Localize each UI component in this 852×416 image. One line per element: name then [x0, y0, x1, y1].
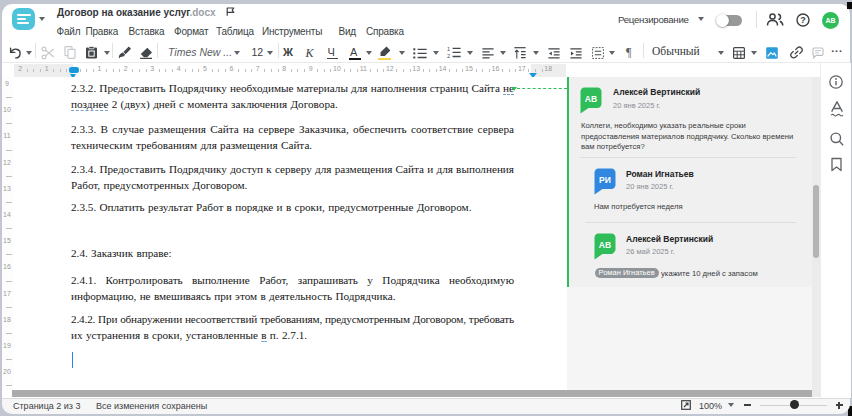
- svg-text:РИ: РИ: [599, 175, 611, 185]
- svg-text:АВ: АВ: [599, 240, 611, 250]
- svg-text:АВ: АВ: [585, 94, 597, 104]
- svg-text:2: 2: [447, 53, 450, 59]
- svg-text:1: 1: [447, 46, 450, 52]
- svg-text:?: ?: [800, 15, 806, 25]
